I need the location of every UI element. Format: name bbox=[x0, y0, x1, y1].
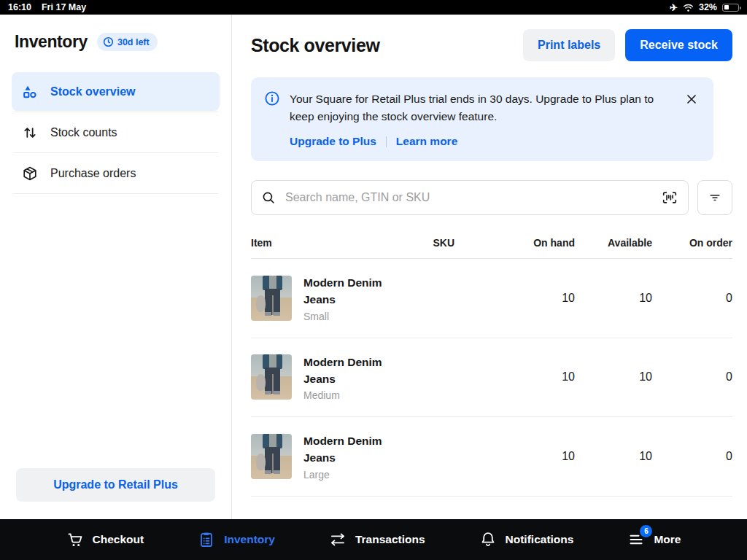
bottom-nav: Checkout Inventory Transactions bbox=[0, 519, 747, 560]
bell-icon bbox=[479, 531, 497, 548]
search-input[interactable] bbox=[284, 190, 654, 205]
sidebar-item-stock-overview[interactable]: Stock overview bbox=[12, 72, 220, 111]
filter-button[interactable] bbox=[697, 180, 732, 215]
divider bbox=[386, 136, 387, 147]
item-variant: Large bbox=[303, 469, 385, 481]
transfer-arrows-icon bbox=[329, 531, 347, 548]
cell-available: 10 bbox=[575, 450, 652, 463]
upgrade-retail-plus-button[interactable]: Upgrade to Retail Plus bbox=[16, 468, 215, 502]
product-thumbnail bbox=[251, 276, 292, 321]
nav-item-checkout[interactable]: Checkout bbox=[66, 531, 144, 548]
column-available: Available bbox=[575, 237, 652, 249]
item-name: Modern Denim Jeans bbox=[303, 354, 385, 388]
cell-on-order: 0 bbox=[652, 292, 732, 305]
table-row[interactable]: Modern Denim Jeans Small 10 10 0 bbox=[251, 259, 732, 338]
search-box bbox=[251, 180, 689, 215]
sidebar: Inventory 30d left Stock overv bbox=[0, 15, 232, 519]
notification-count-badge: 6 bbox=[640, 525, 652, 537]
upgrade-to-plus-link[interactable]: Upgrade to Plus bbox=[290, 135, 376, 148]
barcode-scan-icon[interactable] bbox=[661, 190, 678, 206]
column-item: Item bbox=[251, 237, 385, 249]
trial-countdown-badge: 30d left bbox=[97, 33, 158, 51]
cell-on-hand: 10 bbox=[454, 292, 575, 305]
nav-item-inventory[interactable]: Inventory bbox=[198, 531, 275, 548]
item-variant: Medium bbox=[303, 389, 385, 401]
column-sku: SKU bbox=[385, 237, 454, 249]
sidebar-title: Inventory bbox=[15, 32, 88, 52]
learn-more-link[interactable]: Learn more bbox=[396, 135, 457, 148]
wifi-icon bbox=[683, 3, 694, 12]
trial-banner: Your Square for Retail Plus trial ends i… bbox=[251, 77, 713, 161]
cell-on-order: 0 bbox=[652, 450, 732, 463]
airplane-mode-icon: ✈ bbox=[670, 3, 678, 12]
banner-close-button[interactable] bbox=[683, 90, 700, 108]
page-title: Stock overview bbox=[251, 35, 523, 56]
stock-counts-icon bbox=[22, 125, 38, 141]
stock-table: Item SKU On hand Available On order Mode… bbox=[251, 237, 732, 497]
item-variant: Small bbox=[303, 311, 385, 322]
clock-icon bbox=[103, 36, 114, 47]
status-bar: 16:10 Fri 17 May ✈ 32% bbox=[0, 0, 747, 15]
divider bbox=[13, 112, 218, 112]
cell-on-hand: 10 bbox=[454, 370, 575, 384]
banner-message: Your Square for Retail Plus trial ends i… bbox=[290, 90, 673, 125]
receive-stock-button[interactable]: Receive stock bbox=[625, 29, 732, 61]
battery-percent: 32% bbox=[699, 2, 717, 12]
product-thumbnail bbox=[251, 434, 292, 479]
product-thumbnail bbox=[251, 354, 292, 400]
divider bbox=[13, 193, 218, 194]
column-on-order: On order bbox=[652, 237, 732, 249]
info-icon bbox=[264, 90, 280, 148]
divider bbox=[13, 152, 218, 153]
close-icon bbox=[684, 92, 699, 106]
table-row[interactable]: Modern Denim Jeans Medium 10 10 0 bbox=[251, 338, 732, 418]
table-header: Item SKU On hand Available On order bbox=[251, 237, 732, 259]
cell-available: 10 bbox=[575, 370, 652, 384]
sidebar-item-purchase-orders[interactable]: Purchase orders bbox=[12, 154, 220, 192]
print-labels-button[interactable]: Print labels bbox=[523, 29, 615, 61]
more-menu-icon: 6 bbox=[627, 531, 645, 548]
item-name: Modern Denim Jeans bbox=[303, 432, 385, 467]
cell-on-order: 0 bbox=[652, 370, 732, 384]
purchase-orders-icon bbox=[22, 166, 38, 182]
nav-item-notifications[interactable]: Notifications bbox=[479, 531, 574, 548]
cell-on-hand: 10 bbox=[454, 450, 575, 463]
status-time: 16:10 bbox=[8, 2, 31, 12]
stock-overview-icon bbox=[22, 84, 38, 100]
status-date: Fri 17 May bbox=[42, 2, 86, 12]
battery-icon bbox=[722, 4, 739, 12]
table-row[interactable]: Modern Denim Jeans Large 10 10 0 bbox=[251, 417, 732, 497]
column-on-hand: On hand bbox=[454, 237, 575, 249]
filter-icon bbox=[708, 190, 722, 205]
cell-available: 10 bbox=[575, 292, 652, 305]
cart-icon bbox=[66, 531, 84, 548]
item-name: Modern Denim Jeans bbox=[303, 274, 385, 308]
search-icon bbox=[261, 190, 276, 206]
sidebar-item-stock-counts[interactable]: Stock counts bbox=[12, 113, 220, 152]
nav-item-more[interactable]: 6 More bbox=[627, 531, 681, 548]
clipboard-icon bbox=[198, 531, 215, 548]
main-content: Stock overview Print labels Receive stoc… bbox=[232, 15, 747, 519]
nav-item-transactions[interactable]: Transactions bbox=[329, 531, 425, 548]
